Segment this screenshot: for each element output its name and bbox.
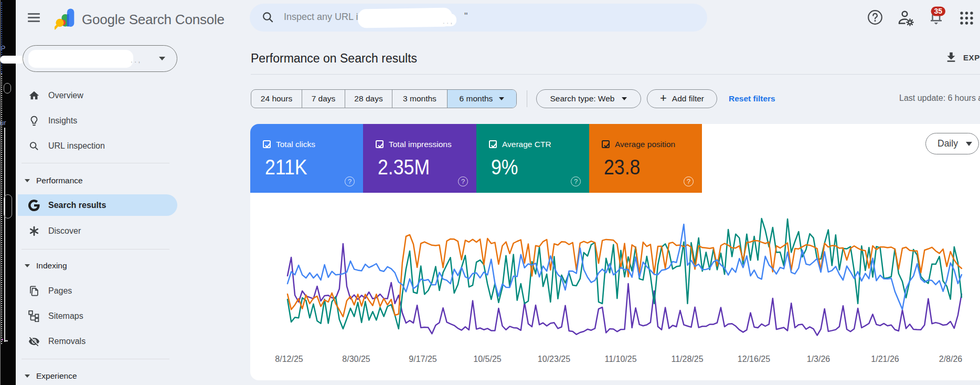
- svg-text:35: 35: [934, 7, 942, 15]
